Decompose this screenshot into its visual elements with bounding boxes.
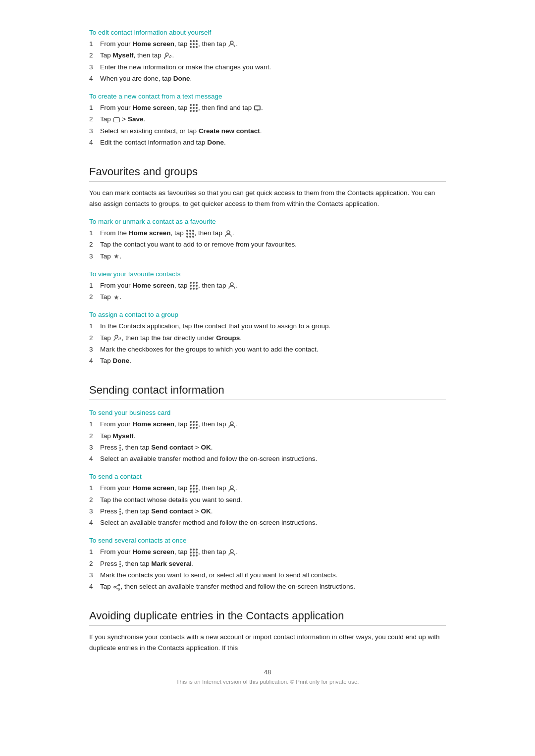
chapter-title-duplicates: Avoiding duplicate entries in the Contac… — [89, 609, 446, 626]
step-text: In the Contacts application, tap the con… — [100, 321, 446, 331]
step-number: 1 — [89, 103, 100, 113]
footer-text: This is an Internet version of this publ… — [89, 679, 446, 685]
section-create-from-text: To create a new contact from a text mess… — [89, 93, 446, 148]
step-number: 4 — [89, 582, 100, 592]
step-text: Tap , then tap the bar directly under Gr… — [100, 333, 446, 343]
person-icon — [228, 485, 235, 492]
step-number: 1 — [89, 419, 100, 429]
steps-list: 1 From the Home screen, tap , then tap .… — [89, 228, 446, 261]
step-number: 4 — [89, 454, 100, 464]
section-heading-send-several: To send several contacts at once — [89, 537, 446, 544]
section-heading-mark-favourite: To mark or unmark a contact as a favouri… — [89, 218, 446, 225]
step-text: Tap > Save. — [100, 114, 446, 124]
svg-point-4 — [115, 335, 118, 338]
msg-save-icon — [113, 117, 120, 122]
svg-line-11 — [115, 585, 118, 587]
svg-point-3 — [230, 283, 233, 286]
person-icon — [225, 230, 232, 237]
page-number: 48 — [89, 668, 446, 676]
section-edit-contact-info: To edit contact information about yourse… — [89, 29, 446, 84]
step-item: 2 Tap Myself, then tap . — [89, 50, 446, 60]
step-text: Tap Myself, then tap . — [100, 50, 446, 60]
svg-line-12 — [115, 587, 118, 589]
step-number: 2 — [89, 559, 100, 569]
step-number: 3 — [89, 345, 100, 354]
step-number: 4 — [89, 518, 100, 528]
step-number: 4 — [89, 74, 100, 84]
grid-icon — [190, 282, 198, 290]
section-heading-create-from-text: To create a new contact from a text mess… — [89, 93, 446, 100]
vdots-icon — [119, 561, 121, 567]
section-mark-favourite: To mark or unmark a contact as a favouri… — [89, 218, 446, 261]
person-icon — [228, 41, 235, 48]
step-item: 1 From your Home screen, tap , then tap … — [89, 39, 446, 49]
step-item: 2 Press , then tap Mark several. — [89, 559, 446, 569]
step-number: 2 — [89, 495, 100, 505]
section-heading-edit-contact: To edit contact information about yourse… — [89, 29, 446, 36]
chapter-sending: Sending contact information — [89, 384, 446, 400]
svg-point-5 — [230, 422, 233, 425]
step-number: 1 — [89, 483, 100, 493]
steps-list: 1 From your Home screen, tap , then tap … — [89, 419, 446, 464]
section-heading-send-business-card: To send your business card — [89, 409, 446, 416]
svg-point-8 — [118, 584, 119, 585]
step-number: 3 — [89, 570, 100, 580]
step-text: Select an existing contact, or tap Creat… — [100, 126, 446, 136]
step-number: 2 — [89, 292, 100, 302]
step-text: When you are done, tap Done. — [100, 74, 446, 84]
step-number: 2 — [89, 114, 100, 124]
grid-icon — [190, 421, 198, 429]
section-heading-send-contact: To send a contact — [89, 473, 446, 480]
step-item: 1 From your Home screen, tap , then tap … — [89, 547, 446, 557]
edit-person-icon — [164, 52, 172, 59]
step-text: From your Home screen, tap , then tap . — [100, 483, 446, 493]
step-number: 1 — [89, 228, 100, 238]
steps-list: 1 From your Home screen, tap , then find… — [89, 103, 446, 148]
vdots-icon — [119, 508, 121, 515]
step-text: Tap ★. — [100, 292, 446, 302]
step-item: 2 Tap the contact you want to add to or … — [89, 240, 446, 250]
step-text: From the Home screen, tap , then tap . — [100, 228, 446, 238]
person-icon — [228, 549, 235, 556]
step-item: 1 From your Home screen, tap , then tap … — [89, 419, 446, 429]
step-text: Edit the contact information and tap Don… — [100, 138, 446, 148]
section-heading-assign-group: To assign a contact to a group — [89, 311, 446, 318]
chapter-title-sending: Sending contact information — [89, 384, 446, 400]
edit-person-icon — [113, 335, 121, 342]
step-item: 1 From your Home screen, tap , then tap … — [89, 483, 446, 493]
step-text: Press , then tap Mark several. — [100, 559, 446, 569]
step-text: From your Home screen, tap , then tap . — [100, 419, 446, 429]
step-text: Press , then tap Send contact > OK. — [100, 443, 446, 453]
svg-point-7 — [230, 550, 233, 553]
step-number: 4 — [89, 356, 100, 366]
chapter-title-favourites: Favourites and groups — [89, 165, 446, 182]
steps-list: 1 From your Home screen, tap , then tap … — [89, 483, 446, 528]
msg-icon — [254, 105, 261, 110]
grid-icon — [190, 104, 198, 112]
step-number: 2 — [89, 50, 100, 60]
svg-point-6 — [230, 486, 233, 489]
step-item: 2 Tap the contact whose details you want… — [89, 495, 446, 505]
chapter-duplicates: Avoiding duplicate entries in the Contac… — [89, 609, 446, 653]
step-item: 1 From the Home screen, tap , then tap . — [89, 228, 446, 238]
section-heading-view-favourites: To view your favourite contacts — [89, 270, 446, 278]
star-icon: ★ — [113, 293, 119, 302]
step-item: 3 Mark the checkboxes for the groups to … — [89, 345, 446, 354]
step-number: 2 — [89, 240, 100, 250]
chapter-favourites: Favourites and groups You can mark conta… — [89, 165, 446, 209]
grid-icon — [190, 485, 198, 493]
step-item: 4 When you are done, tap Done. — [89, 74, 446, 84]
step-item: 3 Enter the new information or make the … — [89, 62, 446, 72]
step-item: 3 Press , then tap Send contact > OK. — [89, 443, 446, 453]
chapter-intro-duplicates: If you synchronise your contacts with a … — [89, 632, 446, 653]
step-item: 4 Tap , then select an available transfe… — [89, 582, 446, 592]
steps-list: 1 In the Contacts application, tap the c… — [89, 321, 446, 366]
step-item: 3 Tap ★. — [89, 252, 446, 261]
step-item: 2 Tap > Save. — [89, 114, 446, 124]
step-number: 1 — [89, 281, 100, 291]
step-text: Tap Myself. — [100, 431, 446, 441]
step-text: From your Home screen, tap , then tap . — [100, 39, 446, 49]
step-number: 1 — [89, 547, 100, 557]
step-item: 3 Mark the contacts you want to send, or… — [89, 570, 446, 580]
step-text: From your Home screen, tap , then tap . — [100, 547, 446, 557]
